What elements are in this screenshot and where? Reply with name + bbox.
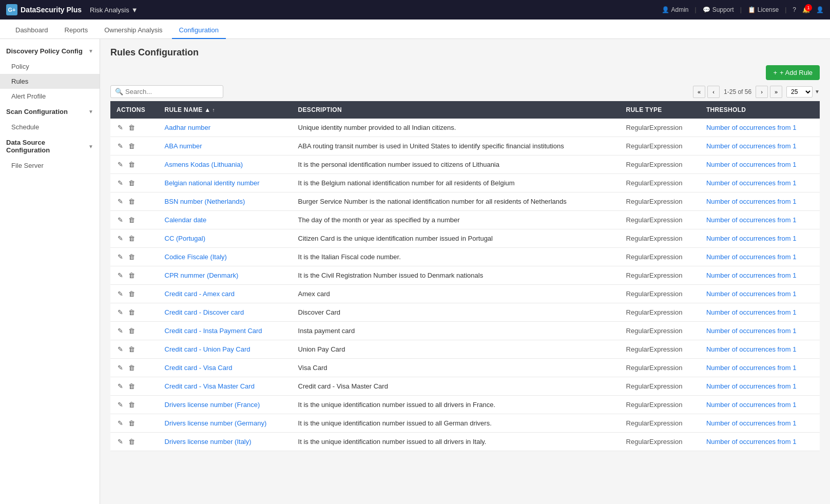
delete-button-3[interactable]: 🗑: [127, 178, 136, 188]
license-link[interactable]: 📋 License: [748, 6, 779, 13]
tab-dashboard[interactable]: Dashboard: [8, 22, 55, 39]
rule-name-link-10[interactable]: Credit card - Discover card: [165, 308, 244, 316]
edit-button-1[interactable]: ✎: [117, 141, 124, 151]
edit-button-17[interactable]: ✎: [117, 437, 124, 447]
rule-name-link-5[interactable]: Calendar date: [165, 216, 207, 224]
edit-button-10[interactable]: ✎: [117, 307, 124, 317]
edit-button-5[interactable]: ✎: [117, 215, 124, 225]
rule-name-link-7[interactable]: Codice Fiscale (Italy): [165, 253, 227, 261]
rule-name-cell-12: Credit card - Union Pay Card: [159, 340, 292, 359]
sidebar-item-fileserver[interactable]: File Server: [0, 158, 100, 173]
table-row: ✎ 🗑 Credit card - Union Pay Card Union P…: [110, 340, 820, 359]
actions-cell-3: ✎ 🗑: [110, 174, 159, 192]
table-row: ✎ 🗑 ABA number ABA routing transit numbe…: [110, 137, 820, 156]
add-rule-button[interactable]: + + Add Rule: [766, 65, 820, 80]
delete-button-1[interactable]: 🗑: [127, 141, 136, 151]
sidebar-item-policy[interactable]: Policy: [0, 59, 100, 74]
edit-button-15[interactable]: ✎: [117, 400, 124, 410]
edit-button-12[interactable]: ✎: [117, 344, 124, 354]
rule-name-link-13[interactable]: Credit card - Visa Card: [165, 364, 233, 372]
delete-button-8[interactable]: 🗑: [127, 270, 136, 280]
delete-button-14[interactable]: 🗑: [127, 381, 136, 391]
sidebar-item-alert-profile[interactable]: Alert Profile: [0, 89, 100, 104]
user-menu[interactable]: 👤: [816, 6, 824, 13]
edit-button-13[interactable]: ✎: [117, 363, 124, 373]
edit-button-4[interactable]: ✎: [117, 197, 124, 206]
rule-name-cell-14: Credit card - Visa Master Card: [159, 377, 292, 396]
rule-name-link-2[interactable]: Asmens Kodas (Lithuania): [165, 161, 243, 168]
rule-name-link-1[interactable]: ABA number: [165, 142, 202, 150]
edit-button-16[interactable]: ✎: [117, 418, 124, 428]
rule-name-link-9[interactable]: Credit card - Amex card: [165, 290, 235, 298]
add-rule-icon: +: [773, 69, 777, 76]
delete-button-13[interactable]: 🗑: [127, 363, 136, 373]
delete-button-16[interactable]: 🗑: [127, 418, 136, 428]
delete-button-2[interactable]: 🗑: [127, 160, 136, 169]
delete-button-5[interactable]: 🗑: [127, 215, 136, 225]
per-page-select[interactable]: 25 50 100: [786, 86, 813, 98]
sidebar-item-rules[interactable]: Rules: [0, 74, 100, 89]
rule-name-link-6[interactable]: CC (Portugal): [165, 235, 205, 242]
sidebar-section-datasource[interactable]: Data Source Configuration ▼: [0, 134, 100, 158]
pagination-next-button[interactable]: ›: [756, 86, 768, 98]
tab-reports[interactable]: Reports: [57, 22, 95, 39]
delete-button-12[interactable]: 🗑: [127, 344, 136, 354]
rule-name-link-14[interactable]: Credit card - Visa Master Card: [165, 382, 255, 390]
actions-cell-11: ✎ 🗑: [110, 322, 159, 340]
tab-configuration[interactable]: Configuration: [172, 22, 226, 39]
admin-link[interactable]: 👤 Admin: [662, 6, 689, 13]
rule-name-link-12[interactable]: Credit card - Union Pay Card: [165, 345, 250, 353]
edit-button-7[interactable]: ✎: [117, 252, 124, 262]
rule-name-link-17[interactable]: Drivers license number (Italy): [165, 438, 252, 445]
delete-button-7[interactable]: 🗑: [127, 252, 136, 262]
edit-button-8[interactable]: ✎: [117, 270, 124, 280]
pagination-first-button[interactable]: «: [693, 86, 705, 98]
search-input[interactable]: [125, 88, 219, 95]
search-box[interactable]: 🔍: [110, 85, 223, 98]
header-actions: ACTIONS: [110, 101, 159, 119]
edit-button-11[interactable]: ✎: [117, 326, 124, 336]
rule-name-link-11[interactable]: Credit card - Insta Payment Card: [165, 327, 262, 335]
threshold-cell-1: Number of occurrences from 1: [700, 137, 820, 156]
delete-button-4[interactable]: 🗑: [127, 197, 136, 206]
delete-button-0[interactable]: 🗑: [127, 123, 136, 132]
support-link[interactable]: 💬 Support: [703, 6, 734, 13]
delete-button-9[interactable]: 🗑: [127, 289, 136, 299]
delete-button-17[interactable]: 🗑: [127, 437, 136, 447]
notification-badge: 1: [805, 4, 812, 11]
rule-type-cell-0: RegularExpression: [620, 119, 700, 137]
edit-button-3[interactable]: ✎: [117, 178, 124, 188]
module-selector[interactable]: Risk Analysis ▼: [90, 6, 138, 14]
rule-name-link-15[interactable]: Drivers license number (France): [165, 401, 260, 409]
edit-button-9[interactable]: ✎: [117, 289, 124, 299]
pagination-prev-button[interactable]: ‹: [707, 86, 720, 98]
sidebar-section-discovery[interactable]: Discovery Policy Config ▼: [0, 43, 100, 59]
edit-button-6[interactable]: ✎: [117, 234, 124, 243]
rule-name-link-3[interactable]: Belgian national identity number: [165, 179, 260, 187]
rule-name-cell-7: Codice Fiscale (Italy): [159, 248, 292, 266]
pagination-last-button[interactable]: »: [770, 86, 782, 98]
license-icon: 📋: [748, 6, 756, 13]
chevron-icon-scan: ▼: [88, 109, 93, 114]
table-row: ✎ 🗑 CC (Portugal) Citizen Card is the un…: [110, 229, 820, 248]
rule-name-link-8[interactable]: CPR nummer (Denmark): [165, 272, 239, 279]
sidebar-section-scan[interactable]: Scan Configuration ▼: [0, 104, 100, 120]
edit-button-0[interactable]: ✎: [117, 123, 124, 132]
tab-ownership-analysis[interactable]: Ownership Analysis: [97, 22, 169, 39]
notifications-button[interactable]: 🔔 1: [802, 6, 810, 13]
help-button[interactable]: ?: [793, 6, 796, 13]
rule-name-link-4[interactable]: BSN number (Netherlands): [165, 198, 245, 205]
rule-name-cell-3: Belgian national identity number: [159, 174, 292, 192]
delete-button-6[interactable]: 🗑: [127, 234, 136, 243]
sidebar-item-schedule[interactable]: Schedule: [0, 120, 100, 134]
delete-button-11[interactable]: 🗑: [127, 326, 136, 336]
rule-name-link-0[interactable]: Aadhar number: [165, 124, 211, 131]
description-cell-14: Credit card - Visa Master Card: [292, 377, 620, 396]
separator-3: |: [785, 6, 786, 13]
header-rule-name[interactable]: RULE NAME ▲: [159, 101, 292, 119]
delete-button-15[interactable]: 🗑: [127, 400, 136, 410]
edit-button-2[interactable]: ✎: [117, 160, 124, 169]
rule-name-link-16[interactable]: Drivers license number (Germany): [165, 419, 267, 427]
delete-button-10[interactable]: 🗑: [127, 307, 136, 317]
edit-button-14[interactable]: ✎: [117, 381, 124, 391]
